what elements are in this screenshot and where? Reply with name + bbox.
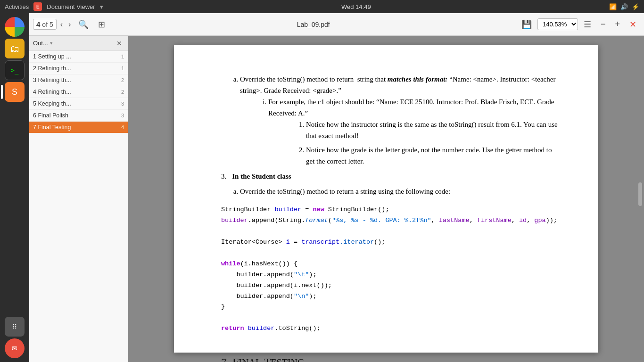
outline-item-1-text: 1 Setting up ...	[33, 53, 119, 60]
menu-button[interactable]: ☰	[580, 17, 595, 32]
page-current[interactable]: 4	[36, 20, 40, 28]
save-button[interactable]: 💾	[518, 17, 536, 32]
code-line-blank3	[221, 313, 561, 323]
system-bar-left: Activities E Document Viewer ▾	[5, 2, 103, 11]
section3-num: 3.	[221, 171, 226, 182]
dock-files[interactable]: 🗂	[5, 39, 25, 58]
section3-override: Override the toString() method to return…	[240, 186, 561, 197]
section3-a: Override the toString() method to return…	[240, 186, 561, 197]
code-line-append2: builder.append(i.next());	[221, 280, 561, 291]
content-numbered: Notice how the instructor string is the …	[306, 119, 561, 167]
app-dock: 🗂 >_ S ⠿ ✉	[0, 13, 29, 362]
outline-item-4[interactable]: 4 Refining th... 2	[29, 86, 128, 98]
outline-header-left: Out... ▾	[33, 40, 53, 47]
app-name-label[interactable]: Document Viewer	[47, 3, 95, 10]
zoom-out-button[interactable]: −	[597, 17, 610, 31]
outline-item-1[interactable]: 1 Setting up ... 1	[29, 51, 128, 63]
page-nav: 4 of 5	[33, 19, 57, 30]
outline-item-3-text: 3 Refining th...	[33, 77, 119, 83]
outline-item-5-text: 5 Keeping th...	[33, 100, 119, 107]
volume-icon: 🔊	[620, 3, 628, 10]
section3-text: In the Student class	[232, 171, 291, 182]
dock-epiphany[interactable]: ✉	[5, 338, 25, 358]
pdf-page: Override the toString() method to return…	[174, 45, 598, 353]
next-page-button[interactable]: ›	[66, 19, 73, 30]
outline-item-4-text: 4 Refining th...	[33, 89, 119, 95]
code-line-append3: builder.append("\n");	[221, 291, 561, 302]
code-block: StringBuilder builder = new StringBuilde…	[221, 205, 561, 334]
outline-dropdown-arrow[interactable]: ▾	[50, 40, 53, 46]
prev-page-button[interactable]: ‹	[58, 19, 65, 30]
dock-apps[interactable]: ⠿	[5, 317, 25, 337]
network-icon: 📶	[609, 3, 617, 10]
pdf-area[interactable]: Override the toString() method to return…	[128, 36, 644, 362]
toolbar: 4 of 5 ‹ › 🔍 ⊞ Lab_09.pdf 💾 140.53% 50% …	[29, 13, 644, 36]
outline-item-7[interactable]: 7 Final Testing 4	[29, 122, 128, 133]
system-time: Wed 14:49	[341, 3, 371, 10]
dock-chrome[interactable]	[5, 17, 25, 37]
outline-item-5-page: 3	[121, 101, 124, 107]
outline-panel: Out... ▾ ✕ 1 Setting up ... 1 2 Refining…	[29, 36, 128, 362]
power-icon: ⚡	[632, 3, 639, 10]
document-viewer: 4 of 5 ‹ › 🔍 ⊞ Lab_09.pdf 💾 140.53% 50% …	[29, 13, 644, 362]
matches-format-bold: matches this format:	[388, 75, 448, 83]
outline-item-4-page: 2	[121, 89, 124, 95]
notice-1: Notice how the instructor string is the …	[306, 119, 561, 141]
filename-label: Lab_09.pdf	[111, 21, 516, 28]
code-line-blank1	[221, 226, 561, 237]
code-line-2: builder.append(String.format("%s, %s - %…	[221, 215, 561, 226]
system-tray: 📶 🔊 ⚡	[609, 3, 639, 10]
notice-2: Notice how the grade is the letter grade…	[306, 144, 561, 167]
dock-terminal[interactable]: >_	[5, 60, 25, 80]
content-area: Out... ▾ ✕ 1 Setting up ... 1 2 Refining…	[29, 36, 644, 362]
list-item-i: For example, the c1 object should be: “N…	[268, 96, 561, 167]
zoom-selector[interactable]: 140.53% 50% 75% 100% 125% 150% 200%	[537, 18, 578, 30]
code-line-4: Iterator<Course> i = transcript.iterator…	[221, 237, 561, 248]
outline-title: Out...	[33, 40, 48, 47]
code-line-1: StringBuilder builder = new StringBuilde…	[221, 205, 561, 215]
scroll-indicator[interactable]	[638, 182, 642, 206]
dock-sublime[interactable]: S	[5, 82, 25, 102]
content-section-a: Override the toString() method to return…	[240, 74, 561, 167]
outline-item-2-page: 1	[121, 66, 124, 71]
thumbnails-button[interactable]: ⊞	[94, 17, 109, 32]
outline-item-5[interactable]: 5 Keeping th... 3	[29, 98, 128, 110]
code-line-append1: builder.append("\t");	[221, 270, 561, 280]
outline-item-1-page: 1	[121, 54, 124, 59]
main-area: 🗂 >_ S ⠿ ✉ 4 of 5 ‹ › 🔍 ⊞ Lab_09.pdf	[0, 13, 644, 362]
outline-close-button[interactable]: ✕	[115, 39, 124, 48]
code-line-blank2	[221, 248, 561, 259]
section7-num: 7	[221, 356, 232, 362]
outline-item-2-text: 2 Refining th...	[33, 65, 119, 72]
list-item-a: Override the toString() method to return…	[240, 74, 561, 167]
toolbar-right: 💾 140.53% 50% 75% 100% 125% 150% 200% ☰ …	[518, 17, 640, 32]
app-dropdown-arrow[interactable]: ▾	[100, 3, 103, 10]
close-button[interactable]: ✕	[626, 17, 640, 32]
section7-title: FINAL TESTING	[232, 356, 304, 362]
outline-item-6-page: 3	[121, 113, 124, 118]
outline-item-3[interactable]: 3 Refining th... 2	[29, 74, 128, 86]
code-line-while: while(i.hasNext()) {	[221, 259, 561, 270]
outline-item-2[interactable]: 2 Refining th... 1	[29, 63, 128, 74]
system-bar: Activities E Document Viewer ▾ Wed 14:49…	[0, 0, 644, 13]
content-section-i: For example, the c1 object should be: “N…	[268, 96, 561, 167]
outline-item-7-page: 4	[121, 124, 124, 130]
outline-item-7-text: 7 Final Testing	[33, 124, 119, 131]
code-line-return: return builder.toString();	[221, 323, 561, 334]
section3-row: 3. In the Student class	[221, 171, 561, 182]
outline-list: 1 Setting up ... 1 2 Refining th... 1 3 …	[29, 51, 128, 362]
section7-heading: 7 FINAL TESTING	[221, 353, 561, 362]
zoom-in-button[interactable]: +	[611, 17, 624, 31]
page-total-label: of 5	[42, 21, 53, 28]
code-line-brace: }	[221, 302, 561, 313]
outline-item-6[interactable]: 6 Final Polish 3	[29, 110, 128, 122]
activities-label[interactable]: Activities	[5, 3, 29, 10]
outline-item-3-page: 2	[121, 77, 124, 83]
search-button[interactable]: 🔍	[74, 17, 92, 32]
outline-header: Out... ▾ ✕	[29, 36, 128, 51]
app-icon: E	[33, 2, 42, 11]
outline-item-6-text: 6 Final Polish	[33, 112, 119, 119]
